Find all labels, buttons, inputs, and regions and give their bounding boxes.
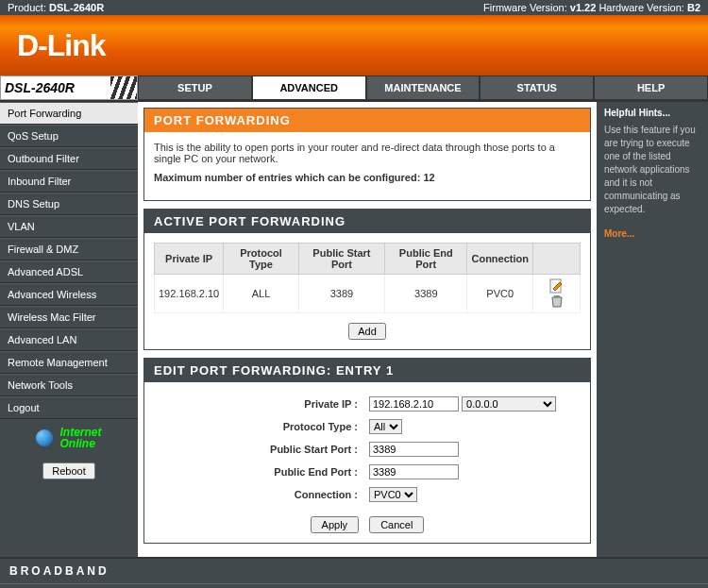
model-text: DSL-2640R [5,80,80,95]
th-conn: Connection [467,244,533,275]
hints-panel: Helpful Hints... Use this feature if you… [597,102,708,557]
internet-line2: Online [60,437,95,450]
internet-status-label: Internet Online [60,427,102,449]
end-port-input[interactable] [369,464,459,479]
model-badge: DSL-2640R [0,76,138,100]
sidebar-item-outbound[interactable]: Outbound Filter [0,147,138,170]
active-table: Private IP Protocol Type Public Start Po… [154,243,581,313]
th-private-ip: Private IP [155,244,224,275]
apply-button[interactable] [311,516,360,533]
globe-icon [36,429,53,446]
banner: D-Link [0,15,708,76]
tab-advanced[interactable]: ADVANCED [252,76,366,100]
firmware-value: v1.22 [570,2,597,13]
sidebar-item-firewall[interactable]: Firewall & DMZ [0,238,138,260]
sidebar-item-vlan[interactable]: VLAN [0,215,138,238]
th-end: Public End Port [385,244,467,275]
td-conn: PVC0 [467,275,533,313]
lbl-conn: Connection : [174,484,362,505]
start-port-input[interactable] [369,442,459,457]
sidebar-item-wireless[interactable]: Advanced Wireless [0,283,138,306]
tab-setup[interactable]: SETUP [138,76,252,100]
connection-select[interactable]: PVC0 [369,487,417,502]
sidebar-item-port-forwarding[interactable]: Port Forwarding [0,102,138,125]
product-info: Product: DSL-2640R [8,2,104,13]
firmware-label: Firmware Version: [483,2,567,13]
edit-title: EDIT PORT FORWARDING: ENTRY 1 [144,359,590,382]
tab-maintenance[interactable]: MAINTENANCE [366,76,480,100]
sidebar-item-inbound[interactable]: Inbound Filter [0,170,138,193]
footer-copyright: Copyright © 2007 D-Link System, Inc. [0,583,708,588]
th-actions [533,244,581,275]
sidebar-item-logout[interactable]: Logout [0,396,138,419]
hints-text: Use this feature if you are trying to ex… [604,124,700,216]
tab-status[interactable]: STATUS [480,76,594,100]
hints-title: Helpful Hints... [604,108,700,118]
sidebar-item-dns[interactable]: DNS Setup [0,193,138,215]
product-value: DSL-2640R [49,2,104,13]
sidebar-item-remote[interactable]: Remote Management [0,351,138,374]
add-button[interactable] [348,323,386,340]
svg-rect-1 [554,295,560,297]
th-protocol: Protocol Type [224,244,299,275]
table-header-row: Private IP Protocol Type Public Start Po… [155,244,581,275]
port-forwarding-desc: This is the ability to open ports in you… [154,142,581,164]
sidebar-item-qos[interactable]: QoS Setup [0,125,138,147]
reboot-button[interactable]: Reboot [42,462,94,479]
edit-icon[interactable] [549,278,565,294]
sidebar-item-macfilter[interactable]: Wireless Mac Filter [0,306,138,328]
version-info: Firmware Version: v1.22 Hardware Version… [483,2,700,13]
hardware-label: Hardware Version: [598,2,684,13]
broadband-bar: BROADBAND [0,557,708,583]
table-row: 192.168.2.10 ALL 3389 3389 PVC0 [155,275,581,313]
th-start: Public Start Port [298,244,384,275]
tab-help[interactable]: HELP [594,76,708,100]
nav-row: DSL-2640R SETUP ADVANCED MAINTENANCE STA… [0,76,708,102]
internet-status: Internet Online [0,419,138,457]
lbl-protocol: Protocol Type : [174,416,362,437]
td-protocol: ALL [224,275,299,313]
max-entries-label: Maximum number of entries which can be c… [154,172,435,183]
sidebar-item-adsl[interactable]: Advanced ADSL [0,260,138,283]
td-start: 3389 [298,275,384,313]
port-forwarding-title: PORT FORWARDING [144,109,590,132]
cancel-button[interactable] [369,516,424,533]
dlink-logo: D-Link [17,28,106,63]
product-label: Product: [8,2,46,13]
td-actions [533,275,581,313]
delete-icon[interactable] [549,294,565,309]
lbl-end: Public End Port : [174,462,362,482]
top-bar: Product: DSL-2640R Firmware Version: v1.… [0,0,708,15]
ip-select[interactable]: 0.0.0.0 [462,396,556,412]
private-ip-input[interactable] [369,396,459,412]
main-content: PORT FORWARDING This is the ability to o… [138,102,597,557]
protocol-select[interactable]: All [369,419,402,434]
sidebar: Port Forwarding QoS Setup Outbound Filte… [0,102,138,557]
sidebar-item-nettools[interactable]: Network Tools [0,374,138,396]
active-title: ACTIVE PORT FORWARDING [144,210,590,233]
td-end: 3389 [385,275,467,313]
lbl-private-ip: Private IP : [174,394,362,414]
hints-more-link[interactable]: More... [604,227,700,241]
td-ip: 192.168.2.10 [155,275,224,313]
hardware-value: B2 [687,2,700,13]
lbl-start: Public Start Port : [174,439,362,460]
sidebar-item-lan[interactable]: Advanced LAN [0,328,138,351]
